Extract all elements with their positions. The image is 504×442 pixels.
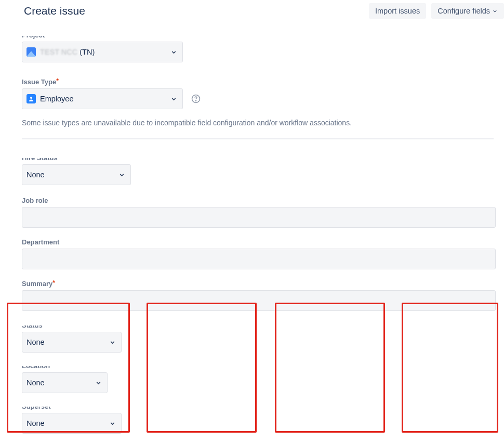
help-icon[interactable] [191,94,201,103]
issue-type-field-group: Issue Type* Employee Some issue types ar… [22,78,496,127]
truncated-field-1-value: None [26,171,45,179]
project-label: Project [22,31,496,39]
chevron-down-icon [170,49,177,56]
annotation-box-3 [275,303,385,433]
chevron-down-icon [118,172,125,178]
department-field-group: Department [22,238,496,269]
section-divider [22,138,494,139]
summary-label: Summary* [22,280,496,288]
issue-type-hint: Some issue types are unavailable due to … [22,119,496,127]
project-avatar-icon [26,47,36,57]
annotation-box-1 [7,303,130,433]
project-select[interactable]: TEST NCC (TN) [22,42,183,62]
modal-title: Create issue [24,5,85,17]
truncated-field-1-label: Hire Status [22,154,496,162]
configure-fields-label: Configure fields [437,7,490,15]
import-issues-label: Import issues [375,7,420,15]
department-label: Department [22,238,496,246]
import-issues-button[interactable]: Import issues [369,3,426,19]
header-actions: Import issues Configure fields [369,3,504,19]
project-field-group: Project TEST NCC (TN) [22,31,496,62]
job-role-input[interactable] [22,207,496,228]
chevron-down-icon [492,8,498,14]
svg-point-0 [30,97,32,99]
department-input[interactable] [22,249,496,269]
project-value: TEST NCC (TN) [40,48,95,56]
job-role-field-group: Job role [22,197,496,228]
truncated-field-1-select[interactable]: None [22,164,131,185]
annotation-box-2 [147,303,257,433]
chevron-down-icon [170,96,177,102]
issue-type-label: Issue Type* [22,78,496,86]
job-role-label: Job role [22,197,496,204]
issue-type-select[interactable]: Employee [22,88,183,109]
configure-fields-button[interactable]: Configure fields [431,3,504,19]
person-icon [26,94,36,103]
truncated-field-1-group: Hire Status None [22,154,496,185]
modal-header: Create issue Import issues Configure fie… [0,0,504,22]
svg-point-2 [195,100,196,101]
issue-type-value: Employee [40,95,73,103]
annotation-box-4 [402,303,498,433]
